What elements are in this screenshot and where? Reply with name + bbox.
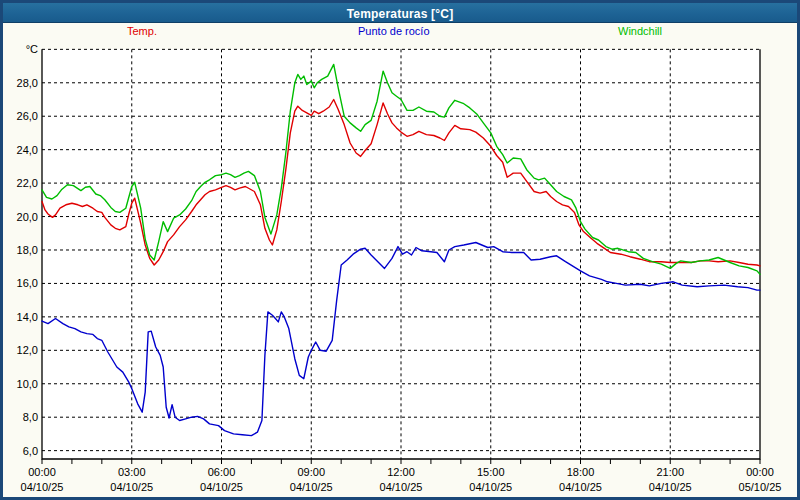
y-tick-label: 20,0 [17,211,38,223]
x-tick-date-label: 04/10/25 [200,481,243,493]
x-tick-time-label: 00:00 [28,466,56,478]
x-tick-time-label: 03:00 [118,466,146,478]
y-tick-label: 24,0 [17,144,38,156]
y-tick-label: 22,0 [17,177,38,189]
y-tick-label: 28,0 [17,77,38,89]
x-tick-time-label: 12:00 [387,466,415,478]
x-tick-date-label: 04/10/25 [290,481,333,493]
x-tick-time-label: 00:00 [746,466,774,478]
y-tick-label: 26,0 [17,110,38,122]
y-axis-unit-label: °C [26,43,38,55]
x-tick-time-label: 18:00 [567,466,595,478]
x-tick-date-label: 04/10/25 [110,481,153,493]
x-tick-date-label: 04/10/25 [21,481,64,493]
y-tick-label: 10,0 [17,378,38,390]
y-tick-label: 6,0 [23,445,38,457]
y-tick-label: 16,0 [17,277,38,289]
app-window: Temperaturas [°C] Temp. Punto de rocío W… [0,0,800,500]
x-tick-time-label: 21:00 [656,466,684,478]
x-tick-date-label: 04/10/25 [559,481,602,493]
y-tick-label: 8,0 [23,411,38,423]
x-tick-time-label: 09:00 [297,466,325,478]
x-tick-time-label: 06:00 [208,466,236,478]
x-tick-date-label: 04/10/25 [469,481,512,493]
x-tick-date-label: 05/10/25 [739,481,782,493]
temperature-line-chart: °C6,08,010,012,014,016,018,020,022,024,0… [3,3,797,497]
y-tick-label: 18,0 [17,244,38,256]
y-tick-label: 12,0 [17,344,38,356]
x-tick-time-label: 15:00 [477,466,505,478]
x-tick-date-label: 04/10/25 [380,481,423,493]
x-tick-date-label: 04/10/25 [649,481,692,493]
y-tick-label: 14,0 [17,311,38,323]
